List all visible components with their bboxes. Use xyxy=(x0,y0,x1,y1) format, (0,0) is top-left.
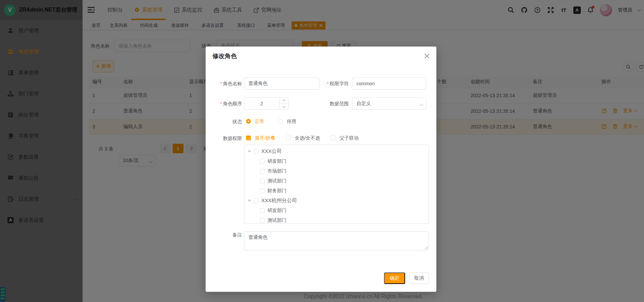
tree-node-label: 测试部门 xyxy=(267,178,286,184)
tree-node-label: 市场部门 xyxy=(267,168,286,174)
role-order-value: 2 xyxy=(244,98,279,109)
chevron-up-icon xyxy=(282,100,286,103)
tree-node-company[interactable]: XXX公司 xyxy=(244,146,429,156)
dialog-role-name-input[interactable] xyxy=(244,77,319,90)
chevron-down-icon xyxy=(419,102,423,106)
edit-role-dialog: 修改角色 *角色名称 *权限字符 *角色顺序 2 数据范围 自定义 xyxy=(206,47,436,292)
remark-label: 备注 xyxy=(206,229,242,241)
status-label: 状态 xyxy=(206,116,242,128)
decrement-button[interactable] xyxy=(279,104,289,110)
remark-textarea[interactable]: 普通角色 xyxy=(244,231,429,250)
radio-disabled-label[interactable]: 停用 xyxy=(287,119,296,124)
tree-node-dept[interactable]: 研发部门 xyxy=(244,156,429,166)
tree-node-label: XXX公司 xyxy=(261,148,282,155)
radio-normal[interactable] xyxy=(246,119,251,124)
data-scope-label: 数据范围 xyxy=(312,97,349,110)
tree-node-label: 研发部门 xyxy=(267,158,286,164)
chevron-down-icon xyxy=(282,104,286,108)
tree-checkbox[interactable] xyxy=(254,198,259,203)
expand-checkbox[interactable] xyxy=(246,136,251,140)
select-all-checkbox-label[interactable]: 全选/全不选 xyxy=(295,135,320,141)
tree-expand-icon[interactable] xyxy=(248,200,251,202)
role-name-label: *角色名称 xyxy=(206,77,242,90)
dialog-title: 修改角色 xyxy=(212,52,237,60)
data-scope-select[interactable]: 自定义 xyxy=(352,97,426,110)
tree-node-label: 测试部门 xyxy=(267,217,286,224)
data-perm-options: 展开/折叠 全选/全不选 父子联动 xyxy=(246,135,359,141)
select-all-checkbox[interactable] xyxy=(286,136,291,140)
app-window: V ZRAdmin.NET后台管理 用户管理 角色管理 菜单管理 部门管理 xyxy=(0,0,644,302)
tree-node-label: 财务部门 xyxy=(267,188,286,194)
tree-expand-icon[interactable] xyxy=(248,150,251,153)
close-icon[interactable] xyxy=(424,53,430,59)
confirm-button[interactable]: 确定 xyxy=(384,272,405,284)
radio-disabled[interactable] xyxy=(278,119,283,124)
perm-char-input[interactable] xyxy=(352,77,426,90)
required-asterisk: * xyxy=(220,81,222,86)
role-order-stepper[interactable]: 2 xyxy=(244,97,289,110)
tree-checkbox[interactable] xyxy=(260,179,265,183)
status-radio-group: 正常 停用 xyxy=(246,119,296,125)
required-asterisk: * xyxy=(220,101,222,106)
role-order-label: *角色顺序 xyxy=(206,97,242,110)
resize-handle[interactable] xyxy=(424,246,428,249)
tree-node-label: 研发部门 xyxy=(267,208,286,214)
tree-node-branch[interactable]: XXX杭州分公司 xyxy=(244,196,429,206)
tree-node-dept[interactable]: 测试部门 xyxy=(244,215,429,224)
tree-checkbox[interactable] xyxy=(260,189,265,193)
department-tree: XXX公司 研发部门 市场部门 测试部门 财务部门 XXX杭州分公司 xyxy=(244,145,429,224)
parent-child-checkbox[interactable] xyxy=(331,136,335,140)
tree-checkbox[interactable] xyxy=(260,218,265,223)
required-asterisk: * xyxy=(327,81,329,86)
expand-checkbox-label[interactable]: 展开/折叠 xyxy=(255,135,275,141)
tree-checkbox[interactable] xyxy=(260,169,265,174)
increment-button[interactable] xyxy=(279,98,289,104)
tree-checkbox[interactable] xyxy=(260,159,265,164)
radio-normal-label[interactable]: 正常 xyxy=(255,119,264,124)
perm-char-label: *权限字符 xyxy=(312,77,349,90)
tree-checkbox[interactable] xyxy=(260,208,265,213)
parent-child-checkbox-label[interactable]: 父子联动 xyxy=(340,135,359,141)
tree-node-dept[interactable]: 研发部门 xyxy=(244,206,429,215)
tree-node-dept[interactable]: 市场部门 xyxy=(244,166,429,176)
tree-checkbox[interactable] xyxy=(254,149,259,154)
tree-node-label: XXX杭州分公司 xyxy=(261,197,297,204)
data-perm-label: 数据权限 xyxy=(206,132,242,144)
data-scope-value: 自定义 xyxy=(356,101,371,107)
cancel-button[interactable]: 取消 xyxy=(409,272,429,284)
tree-node-dept[interactable]: 财务部门 xyxy=(244,186,429,196)
tree-node-dept[interactable]: 测试部门 xyxy=(244,176,429,186)
